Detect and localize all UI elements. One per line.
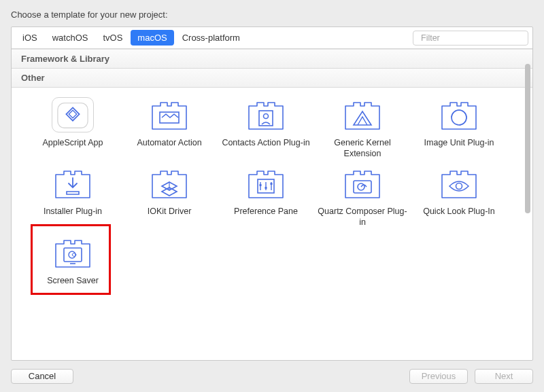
template-kernel-extension[interactable]: Generic Kernel Extension	[316, 97, 409, 159]
filter-input[interactable]	[421, 33, 528, 43]
tab-macos[interactable]: macOS	[131, 30, 173, 46]
template-automator-action[interactable]: Automator Action	[123, 97, 216, 158]
iokit-icon	[148, 166, 190, 201]
template-quartz-composer-plugin[interactable]: Quartz Composer Plug-in	[316, 166, 409, 228]
template-label: Screen Saver	[47, 276, 99, 296]
template-label: Quartz Composer Plug-in	[316, 207, 409, 228]
template-quick-look-plugin[interactable]: Quick Look Plug-In	[413, 166, 505, 227]
template-preference-pane[interactable]: Preference Pane	[220, 166, 312, 227]
quicklook-icon	[438, 166, 480, 201]
tab-watchos[interactable]: watchOS	[46, 30, 95, 46]
cancel-button[interactable]: Cancel	[11, 369, 73, 384]
applescript-icon	[52, 97, 94, 132]
template-label: Image Unit Plug-in	[424, 138, 494, 158]
template-label: IOKit Driver	[148, 207, 192, 227]
quartz-icon	[341, 166, 384, 201]
dialog-footer: Cancel Previous Next	[11, 361, 533, 384]
tab-tvos[interactable]: tvOS	[96, 30, 129, 46]
prefpane-icon	[245, 166, 287, 201]
scrollbar[interactable]	[524, 50, 531, 359]
template-label: Generic Kernel Extension	[316, 138, 409, 159]
screensaver-icon	[52, 235, 94, 270]
imageunit-icon	[438, 97, 480, 132]
template-chooser-dialog: Choose a template for your new project: …	[0, 0, 544, 392]
tab-crossplatform[interactable]: Cross-platform	[175, 30, 247, 46]
scrollbar-thumb[interactable]	[525, 64, 530, 213]
dialog-title: Choose a template for your new project:	[11, 10, 533, 20]
template-iokit-driver[interactable]: IOKit Driver	[123, 166, 216, 227]
template-label: Preference Pane	[234, 207, 298, 227]
section-header-other[interactable]: Other	[12, 69, 532, 88]
installer-icon	[52, 166, 94, 201]
template-applescript-app[interactable]: AppleScript App	[27, 97, 119, 158]
template-image-unit-plugin[interactable]: Image Unit Plug-in	[413, 97, 505, 158]
panel: iOS watchOS tvOS macOS Cross-platform Fr…	[11, 26, 533, 361]
filter-field[interactable]	[413, 31, 528, 46]
template-grid-scroll[interactable]: AppleScript App Automator Action Contact…	[12, 88, 532, 360]
template-label: Quick Look Plug-In	[423, 207, 495, 227]
template-label: Installer Plug-in	[44, 207, 102, 227]
template-installer-plugin[interactable]: Installer Plug-in	[27, 166, 119, 227]
kernel-icon	[341, 97, 384, 132]
automator-icon	[148, 97, 190, 132]
contacts-icon	[245, 97, 287, 132]
tab-ios[interactable]: iOS	[16, 30, 44, 46]
template-grid: AppleScript App Automator Action Contact…	[27, 97, 527, 296]
platform-tabbar: iOS watchOS tvOS macOS Cross-platform	[12, 27, 532, 49]
template-screen-saver[interactable]: Screen Saver	[27, 235, 119, 296]
template-label: Contacts Action Plug-in	[222, 138, 309, 158]
section-header-framework[interactable]: Framework & Library	[12, 49, 532, 69]
template-contacts-plugin[interactable]: Contacts Action Plug-in	[220, 97, 312, 158]
template-label: Automator Action	[137, 138, 201, 158]
template-label: AppleScript App	[43, 138, 103, 158]
next-button[interactable]: Next	[475, 369, 533, 384]
previous-button[interactable]: Previous	[409, 369, 468, 384]
